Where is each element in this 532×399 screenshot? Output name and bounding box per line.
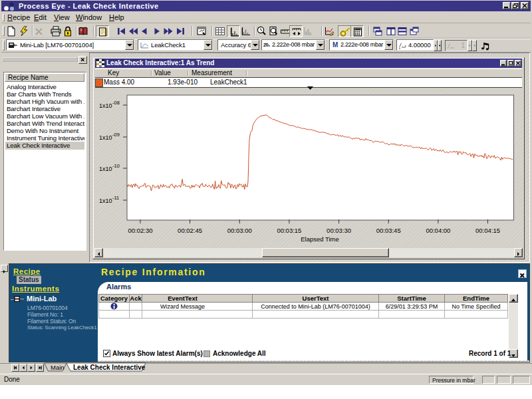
svg-text:00:04:00: 00:04:00 [426, 227, 450, 234]
svg-text:00:02:45: 00:02:45 [178, 227, 202, 234]
svg-text:00:03:30: 00:03:30 [327, 227, 351, 234]
svg-text:00:03:15: 00:03:15 [277, 227, 301, 234]
svg-text:-09: -09 [112, 132, 120, 138]
svg-text:1x10: 1x10 [99, 102, 112, 109]
svg-text:1x10: 1x10 [99, 134, 112, 141]
svg-text:1x10: 1x10 [99, 166, 112, 172]
svg-text:-08: -08 [112, 100, 120, 106]
svg-text:Leak Check Interactive: Leak Check Interactive [73, 364, 146, 371]
svg-text:-10: -10 [112, 163, 120, 169]
svg-text:1x10: 1x10 [99, 198, 112, 204]
svg-text:Elapsed Time: Elapsed Time [301, 235, 339, 243]
svg-text:00:03:00: 00:03:00 [227, 227, 252, 234]
svg-text:00:02:30: 00:02:30 [128, 227, 153, 234]
svg-text:00:03:45: 00:03:45 [376, 227, 401, 234]
svg-text:-11: -11 [112, 195, 119, 201]
svg-text:Main: Main [51, 364, 65, 371]
svg-text:00:04:15: 00:04:15 [475, 227, 500, 234]
